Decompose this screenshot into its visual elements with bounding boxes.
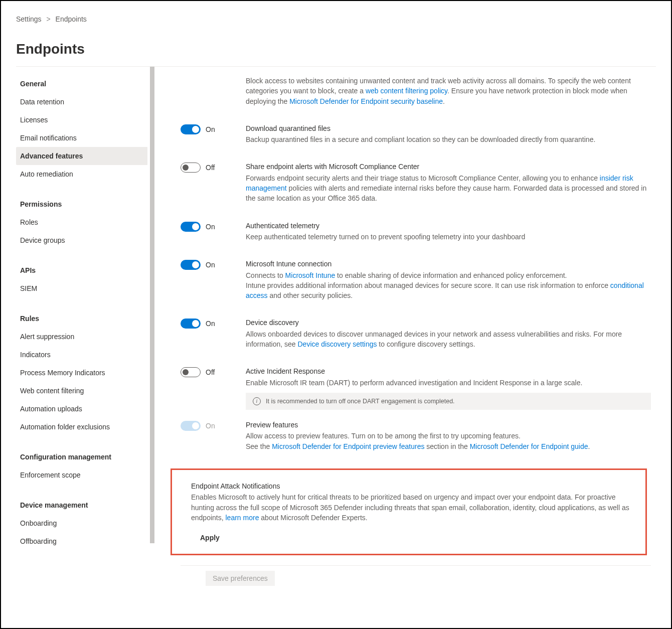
apply-button[interactable]: Apply <box>200 533 220 543</box>
breadcrumb-settings[interactable]: Settings <box>16 15 42 23</box>
sidebar-item-data-retention[interactable]: Data retention <box>16 93 150 111</box>
toggle-state-label: On <box>206 223 215 231</box>
breadcrumb-endpoints[interactable]: Endpoints <box>56 15 87 23</box>
setting-desc: Allow access to preview features. Turn o… <box>246 431 651 451</box>
setting-device-discovery: On Device discovery Allows onboarded dev… <box>181 318 651 349</box>
scrollbar-thumb[interactable] <box>150 67 154 543</box>
toggle-auth-telemetry[interactable] <box>181 222 201 232</box>
sidebar-item-enforcement-scope[interactable]: Enforcement scope <box>16 466 150 484</box>
sidebar-section-permissions: Permissions <box>16 194 150 213</box>
sidebar-item-onboarding[interactable]: Onboarding <box>16 514 150 532</box>
toggle-device-discovery[interactable] <box>181 319 201 329</box>
setting-preview-features: On Preview features Allow access to prev… <box>181 420 651 451</box>
toggle-share-alerts[interactable] <box>181 163 201 173</box>
setting-title: Device discovery <box>246 318 651 328</box>
link-security-baseline[interactable]: Microsoft Defender for Endpoint security… <box>289 97 443 105</box>
sidebar-section-apis: APIs <box>16 260 150 279</box>
sidebar-item-process-memory-indicators[interactable]: Process Memory Indicators <box>16 364 150 382</box>
toggle-download-quarantined[interactable] <box>181 124 201 134</box>
sidebar-item-auto-remediation[interactable]: Auto remediation <box>16 165 150 183</box>
toggle-intune[interactable] <box>181 260 201 270</box>
sidebar-item-siem[interactable]: SIEM <box>16 279 150 297</box>
setting-desc: Backup quarantined files in a secure and… <box>246 134 651 144</box>
sidebar: General Data retention Licenses Email no… <box>16 67 155 628</box>
sidebar-item-web-content-filtering[interactable]: Web content filtering <box>16 382 150 400</box>
intro-text: Block access to websites containing unwa… <box>246 76 651 106</box>
sidebar-scrollbar[interactable] <box>147 67 155 628</box>
link-endpoint-guide[interactable]: Microsoft Defender for Endpoint guide <box>470 442 588 450</box>
save-bar: Save preferences <box>181 565 651 586</box>
setting-title: Authenticated telemetry <box>246 221 651 231</box>
setting-desc: Enables Microsoft to actively hunt for c… <box>191 492 636 523</box>
toggle-preview-features <box>181 421 201 431</box>
setting-title: Share endpoint alerts with Microsoft Com… <box>246 162 651 172</box>
toggle-state-label: On <box>206 261 215 269</box>
setting-desc: Forwards endpoint security alerts and th… <box>246 173 651 204</box>
setting-active-incident-response: Off Active Incident Response Enable Micr… <box>181 366 651 410</box>
sidebar-item-roles[interactable]: Roles <box>16 213 150 231</box>
setting-title: Download quarantined files <box>246 123 651 133</box>
link-web-content-filtering-policy[interactable]: web content filtering policy <box>366 87 447 95</box>
page-title: Endpoints <box>16 41 656 57</box>
setting-desc: Connects to Microsoft Intune to enable s… <box>246 270 651 301</box>
toggle-state-label: On <box>206 125 215 133</box>
save-preferences-button[interactable]: Save preferences <box>206 571 275 586</box>
setting-desc: Keep authenticated telemetry turned on t… <box>246 232 651 242</box>
toggle-state-label: Off <box>206 164 215 172</box>
sidebar-item-automation-uploads[interactable]: Automation uploads <box>16 400 150 418</box>
setting-title: Active Incident Response <box>246 366 651 376</box>
toggle-state-label: On <box>206 320 215 328</box>
setting-title: Endpoint Attack Notifications <box>191 481 636 491</box>
setting-download-quarantined-files: On Download quarantined files Backup qua… <box>181 123 651 145</box>
toggle-state-label: Off <box>206 368 215 376</box>
link-microsoft-intune[interactable]: Microsoft Intune <box>285 271 335 279</box>
sidebar-item-device-groups[interactable]: Device groups <box>16 231 150 249</box>
link-learn-more[interactable]: learn more <box>226 514 259 522</box>
sidebar-item-indicators[interactable]: Indicators <box>16 346 150 364</box>
setting-intune-connection: On Microsoft Intune connection Connects … <box>181 259 651 300</box>
endpoint-attack-notifications-highlight: Endpoint Attack Notifications Enables Mi… <box>171 468 647 555</box>
breadcrumb: Settings > Endpoints <box>16 15 656 23</box>
info-icon: i <box>253 397 261 405</box>
link-device-discovery-settings[interactable]: Device discovery settings <box>298 340 377 348</box>
sidebar-section-configuration-management: Configuration management <box>16 447 150 466</box>
toggle-state-label: On <box>206 422 215 430</box>
info-banner-text: It is recommended to turn off once DART … <box>266 397 455 406</box>
toggle-active-incident-response[interactable] <box>181 367 201 377</box>
sidebar-item-email-notifications[interactable]: Email notifications <box>16 129 150 147</box>
chevron-right-icon: > <box>46 15 50 23</box>
setting-title: Microsoft Intune connection <box>246 259 651 269</box>
info-banner: i It is recommended to turn off once DAR… <box>246 393 651 410</box>
sidebar-item-alert-suppression[interactable]: Alert suppression <box>16 328 150 346</box>
sidebar-item-offboarding[interactable]: Offboarding <box>16 532 150 550</box>
sidebar-item-advanced-features[interactable]: Advanced features <box>16 147 150 165</box>
sidebar-section-general: General <box>16 74 150 93</box>
sidebar-section-device-management: Device management <box>16 495 150 514</box>
setting-desc: Enable Microsoft IR team (DART) to perfo… <box>246 378 651 388</box>
sidebar-item-automation-folder-exclusions[interactable]: Automation folder exclusions <box>16 418 150 436</box>
setting-desc: Allows onboarded devices to discover unm… <box>246 329 651 350</box>
sidebar-item-licenses[interactable]: Licenses <box>16 111 150 129</box>
setting-authenticated-telemetry: On Authenticated telemetry Keep authenti… <box>181 221 651 242</box>
setting-title: Preview features <box>246 420 651 430</box>
main-content: Block access to websites containing unwa… <box>155 67 656 628</box>
link-preview-features[interactable]: Microsoft Defender for Endpoint preview … <box>272 442 424 450</box>
sidebar-section-rules: Rules <box>16 308 150 328</box>
setting-share-endpoint-alerts: Off Share endpoint alerts with Microsoft… <box>181 162 651 203</box>
